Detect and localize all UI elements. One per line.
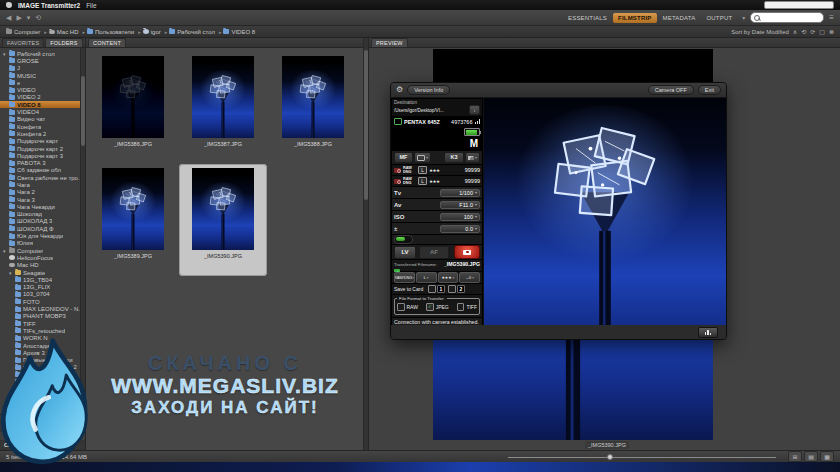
format-option[interactable]: RAW (397, 303, 418, 311)
slider-thumb[interactable] (607, 454, 613, 460)
folder-tree-item[interactable]: ▾ Шоколад (0, 211, 85, 218)
delete-icon[interactable]: ⊗ (829, 28, 834, 35)
back-icon[interactable]: ◀ (6, 14, 11, 21)
exposure-value-dropdown[interactable]: 100 (440, 213, 480, 221)
thumbnail[interactable]: _IMG5386.JPG (89, 52, 177, 164)
folder-tree-item[interactable]: ▾ Чага 3 (0, 196, 85, 203)
breadcrumb-item[interactable]: Рабочий стол ▸ (169, 29, 221, 35)
folder-tree-item[interactable]: ▾ Подарочн карт (0, 138, 85, 145)
view-grid-button[interactable]: ⊞ (788, 451, 802, 462)
folder-tree-item[interactable]: ▾ 103_0704 (0, 291, 85, 298)
format-option[interactable]: TIFF (457, 303, 477, 311)
card-checkbox[interactable] (448, 285, 456, 293)
thumbnail[interactable]: _IMG5389.JPG (89, 164, 177, 276)
folder-tree-item[interactable]: ▾ Сб задание обл (0, 167, 85, 174)
exposure-value-dropdown[interactable]: F11.0 (440, 201, 480, 209)
quick-setting-dropdown[interactable]: ★★★ (438, 272, 459, 283)
card-checkbox[interactable] (428, 285, 436, 293)
version-info-button[interactable]: Version Info (407, 85, 450, 95)
folder-tree-item[interactable]: ▾ TIFF (0, 320, 85, 327)
quick-setting-dropdown[interactable]: L (416, 272, 437, 283)
exit-button[interactable]: Exit (698, 85, 721, 95)
gear-icon[interactable]: ⚙ (396, 86, 403, 94)
forward-icon[interactable]: ▶ (16, 14, 21, 21)
white-balance-button[interactable]: K3 (444, 152, 464, 163)
folder-tree-item[interactable]: ▾ Света рабочие не трогать (0, 174, 85, 181)
card-file-row[interactable]: RAW DNG L ★★★ 99999 (392, 176, 482, 186)
folder-tree-item[interactable]: ▾ Чага 2 (0, 189, 85, 196)
drive-mode-dropdown[interactable] (414, 152, 431, 163)
folder-tree-item[interactable]: ▾ Computer (0, 247, 85, 254)
folder-tree-item[interactable]: ▾ Конфета 2 (0, 130, 85, 137)
folder-tree-item[interactable]: ▾ HeliconFocus (0, 254, 85, 261)
format-checkbox[interactable] (457, 303, 465, 311)
folder-tree-item[interactable]: ▾ VIDEO (0, 86, 85, 93)
workspace-caret-icon[interactable]: ▾ (742, 14, 745, 21)
scrollbar-thumb[interactable] (364, 50, 368, 200)
panel-tab[interactable]: FOLDERS (45, 38, 82, 47)
recent-dropdown-icon[interactable]: ▾ (27, 14, 31, 21)
format-checkbox[interactable] (397, 303, 405, 311)
tab-content[interactable]: CONTENT (88, 38, 126, 47)
scrollbar-thumb[interactable] (81, 76, 85, 146)
folder-tree-item[interactable]: ▾ Подарочн карт 3 (0, 152, 85, 159)
folder-tree-item[interactable]: ▾ 13G_TB04 (0, 276, 85, 283)
thumbnail[interactable]: _IMG5390.JPG (179, 164, 267, 276)
breadcrumb-item[interactable]: Пользователи ▸ (87, 29, 141, 35)
folder-tree-item[interactable]: ▾ ШОКОЛАД Ф (0, 225, 85, 232)
thumbnail[interactable]: _IMG5388.JPG (269, 52, 357, 164)
folder-tree-item[interactable]: ▾ Видео чат (0, 116, 85, 123)
exposure-value-dropdown[interactable]: 0.0 (440, 225, 480, 233)
green-toggle[interactable] (394, 235, 413, 244)
mf-button[interactable]: MF (394, 152, 413, 163)
quick-setting-dropdown[interactable]: RAW/DNG (394, 272, 415, 283)
view-list-button[interactable]: ▤ (804, 451, 818, 462)
folder-tree-item[interactable]: ▾ 13G_FLIX (0, 284, 85, 291)
folder-tree-item[interactable]: ▾ PHANT MOBP3 (0, 313, 85, 320)
folder-tree-item[interactable]: ▾ Чага (0, 181, 85, 188)
thumbnail-size-slider[interactable] (508, 452, 776, 462)
folder-tree-item[interactable]: ▾ VIDEO 2 (0, 94, 85, 101)
menubar-menu-file[interactable]: File (86, 2, 96, 9)
breadcrumb-item[interactable]: igor ▸ (143, 29, 168, 35)
disclosure-icon[interactable]: ▾ (3, 248, 7, 254)
folder-tree-item[interactable]: ▾ VIDEO 8 (0, 101, 85, 108)
folder-tree-item[interactable]: ▾ Юя для Чекарди (0, 232, 85, 239)
shutter-release-button[interactable] (454, 245, 480, 259)
list-menu-icon[interactable]: ≡ (829, 13, 834, 22)
folder-tree-item[interactable]: ▾ ШОКОЛАД 3 (0, 218, 85, 225)
workspace-tab[interactable]: FILMSTRIP (613, 13, 656, 23)
disclosure-icon[interactable]: ▾ (9, 270, 13, 276)
folder-tree-item[interactable]: ▾ MUSIC (0, 72, 85, 79)
tab-preview[interactable]: PREVIEW (371, 38, 408, 47)
folder-tree-item[interactable]: ▾ GROSE (0, 57, 85, 64)
apple-icon[interactable] (6, 2, 12, 8)
image-settings-dropdown[interactable] (465, 152, 480, 163)
rotate-left-icon[interactable]: ⟲ (801, 28, 806, 35)
workspace-tab[interactable]: METADATA (658, 13, 701, 23)
autofocus-button[interactable]: AF (419, 246, 449, 259)
folder-tree-item[interactable]: ▾ Mac HD (0, 262, 85, 269)
workspace-tab[interactable]: OUTPUT (701, 13, 737, 23)
live-view-button[interactable]: LV (394, 246, 416, 259)
folder-tree-item[interactable]: ▾ Конфета (0, 123, 85, 130)
quick-setting-dropdown[interactable]: →0 (459, 272, 480, 283)
folder-tree-item[interactable]: ▾ e (0, 79, 85, 86)
breadcrumb-item[interactable]: Mac HD ▸ (49, 29, 85, 35)
folder-tree-item[interactable]: ▾ J (0, 65, 85, 72)
new-folder-icon[interactable]: ▢ (819, 28, 825, 35)
folder-tree-item[interactable]: ▾ Рабочий стол (0, 50, 85, 57)
folder-tree-item[interactable]: ▾ FOTO (0, 298, 85, 305)
slider-track[interactable] (508, 457, 776, 458)
folder-tree-item[interactable]: ▾ Подарочн карт 2 (0, 145, 85, 152)
sort-label[interactable]: Sort by Date Modified (731, 29, 789, 35)
camera-off-button[interactable]: Camera OFF (648, 85, 694, 95)
menubar-search-field[interactable] (764, 1, 834, 9)
destination-path[interactable]: /Users/igor/Desktop/VI... (394, 108, 467, 113)
histogram-toggle-button[interactable] (698, 327, 718, 338)
boomerang-icon[interactable]: ⟲ (35, 14, 41, 21)
search-input[interactable] (750, 12, 824, 23)
rotate-right-icon[interactable]: ⟳ (810, 28, 815, 35)
choose-destination-icon[interactable]: ↓ (469, 105, 480, 115)
tether-titlebar[interactable]: ⚙ Version Info Camera OFF Exit (391, 83, 726, 98)
